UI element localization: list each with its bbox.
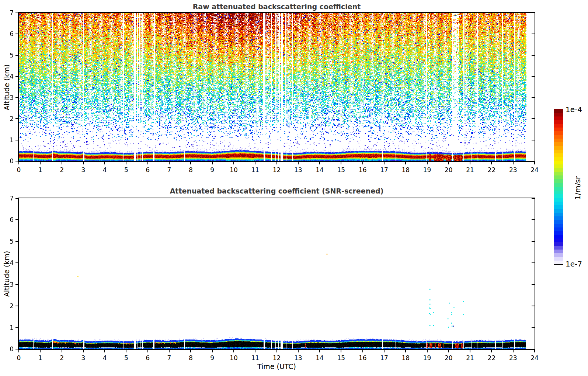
x-tick xyxy=(405,161,406,164)
x-tick-label: 16 xyxy=(359,166,367,174)
y-tick-label: 3 xyxy=(10,94,14,101)
x-tick-label: 6 xyxy=(146,166,150,174)
x-tick-label: 12 xyxy=(273,354,281,362)
colorbar xyxy=(554,109,563,264)
x-tick-label: 17 xyxy=(380,354,388,362)
colorbar-max-label: 1e-4 xyxy=(566,105,582,114)
x-tick-label: 21 xyxy=(466,166,474,174)
x-tick-label: 1 xyxy=(38,354,42,362)
screened-panel-title: Attenuated backscattering coefficient (S… xyxy=(19,187,535,195)
x-tick xyxy=(126,161,126,164)
raw-backscatter-heatmap xyxy=(19,13,535,161)
y-tick-right xyxy=(532,219,535,220)
y-tick xyxy=(15,55,19,56)
x-tick-label: 20 xyxy=(445,166,453,174)
y-tick-label: 3 xyxy=(10,281,14,288)
x-tick-label: 3 xyxy=(81,166,85,174)
x-tick xyxy=(448,349,449,352)
y-tick-right xyxy=(532,284,535,285)
y-tick xyxy=(15,198,19,199)
y-tick-label: 7 xyxy=(10,195,14,202)
y-tick xyxy=(15,161,19,161)
x-tick-label: 5 xyxy=(124,354,128,362)
y-tick xyxy=(15,34,19,34)
x-tick-label: 7 xyxy=(167,166,171,174)
x-tick xyxy=(62,161,62,164)
x-tick xyxy=(40,349,41,352)
y-tick-label: 0 xyxy=(10,345,14,353)
x-tick-label: 22 xyxy=(488,354,496,362)
x-tick xyxy=(190,349,191,352)
raw-panel-title: Raw attenuated backscattering coefficien… xyxy=(19,3,535,11)
x-tick-label: 10 xyxy=(230,166,238,174)
x-tick xyxy=(255,161,255,164)
x-tick xyxy=(384,161,385,164)
x-tick-label: 1 xyxy=(38,166,42,174)
x-tick-label: 11 xyxy=(251,166,259,174)
x-tick-label: 5 xyxy=(124,166,128,174)
x-tick xyxy=(233,161,234,164)
x-tick xyxy=(212,161,213,164)
x-tick xyxy=(341,349,341,352)
x-tick-label: 13 xyxy=(294,354,302,362)
x-tick-label: 15 xyxy=(337,166,345,174)
x-tick xyxy=(513,161,514,164)
x-tick-label: 8 xyxy=(189,166,193,174)
x-tick xyxy=(362,349,363,352)
x-tick xyxy=(298,349,299,352)
y-tick-right xyxy=(532,327,535,328)
x-tick xyxy=(427,161,428,164)
x-tick xyxy=(384,349,385,352)
x-tick-label: 6 xyxy=(146,354,150,362)
x-tick-label: 18 xyxy=(401,166,410,174)
y-tick-label: 2 xyxy=(10,302,14,310)
figure: Raw attenuated backscattering coefficien… xyxy=(0,0,588,376)
x-tick-label: 8 xyxy=(189,354,193,362)
x-axis-label: Time (UTC) xyxy=(19,362,535,370)
y-tick-right xyxy=(532,262,535,263)
x-tick-label: 16 xyxy=(359,354,367,362)
y-tick xyxy=(15,219,19,220)
x-tick xyxy=(104,349,105,352)
y-axis-label-top: Altitude (km) xyxy=(3,62,11,113)
x-tick xyxy=(491,161,492,164)
y-axis-label-bottom: Altitude (km) xyxy=(3,248,11,300)
x-tick xyxy=(448,161,449,164)
x-tick xyxy=(18,161,19,164)
x-tick xyxy=(341,161,341,164)
colorbar-unit-label: 1/m/sr xyxy=(573,175,582,201)
x-tick-label: 23 xyxy=(509,354,517,362)
y-tick-label: 1 xyxy=(10,324,14,331)
y-tick-right xyxy=(532,13,535,13)
x-tick-label: 13 xyxy=(294,166,302,174)
x-tick-label: 10 xyxy=(230,354,238,362)
y-tick xyxy=(15,349,19,349)
y-tick xyxy=(15,140,19,140)
y-tick-right xyxy=(532,241,535,242)
y-tick-right xyxy=(532,349,535,349)
x-tick xyxy=(513,349,514,352)
x-tick xyxy=(233,349,234,352)
x-tick-label: 14 xyxy=(316,354,324,362)
y-tick-label: 7 xyxy=(10,9,14,17)
x-tick xyxy=(534,349,535,352)
x-tick-label: 22 xyxy=(488,166,496,174)
x-tick-label: 23 xyxy=(509,166,517,174)
x-tick xyxy=(212,349,213,352)
x-tick xyxy=(319,349,320,352)
y-tick-right xyxy=(532,97,535,98)
x-tick xyxy=(319,161,320,164)
y-tick-right xyxy=(532,118,535,119)
y-tick xyxy=(15,118,19,119)
x-tick xyxy=(405,349,406,352)
x-tick xyxy=(40,161,41,164)
x-tick xyxy=(427,349,428,352)
y-tick-right xyxy=(532,161,535,161)
y-tick xyxy=(15,76,19,77)
x-tick xyxy=(276,161,277,164)
y-tick-right xyxy=(532,140,535,140)
x-tick-label: 21 xyxy=(466,354,474,362)
x-tick-label: 9 xyxy=(210,354,214,362)
x-tick-label: 24 xyxy=(530,166,539,174)
x-tick-label: 11 xyxy=(251,354,259,362)
